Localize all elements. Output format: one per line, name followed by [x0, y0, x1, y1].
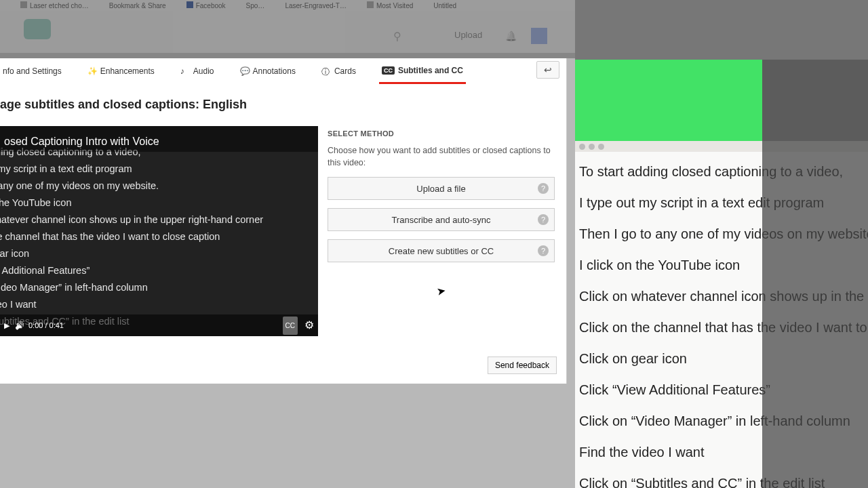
tab-annotations[interactable]: 💬Annotations	[237, 58, 298, 84]
tab-info-settings[interactable]: nfo and Settings	[0, 58, 64, 84]
back-button[interactable]: ↩	[536, 61, 559, 79]
green-screen-preview	[575, 60, 762, 141]
method-description: Choose how you want to add subtitles or …	[328, 144, 555, 169]
play-icon[interactable]	[4, 317, 15, 334]
select-method-section: SELECT METHOD Choose how you want to add…	[328, 129, 555, 262]
method-heading: SELECT METHOD	[328, 129, 555, 138]
minimize-icon[interactable]	[589, 144, 595, 150]
music-note-icon: ♪	[180, 66, 190, 76]
send-feedback-button[interactable]: Send feedback	[488, 357, 557, 374]
upload-file-button[interactable]: Upload a file?	[328, 177, 555, 200]
tab-cards[interactable]: ⓘCards	[319, 58, 359, 84]
wand-icon: ✨	[87, 66, 97, 76]
speech-bubble-icon: 💬	[240, 66, 250, 76]
transcribe-autosync-button[interactable]: Transcribe and auto-sync?	[328, 208, 555, 231]
create-new-subtitles-button[interactable]: Create new subtitles or CC?	[328, 239, 555, 262]
video-player[interactable]: tart adding closed captioning to a video…	[0, 126, 318, 336]
cc-toggle[interactable]: CC	[283, 317, 298, 335]
gear-icon[interactable]	[304, 317, 314, 335]
video-time: 0:00 / 0:41	[28, 317, 64, 334]
tab-subtitles-cc[interactable]: CCSubtitles and CC	[379, 58, 466, 84]
video-content-text: tart adding closed captioning to a video…	[0, 144, 263, 330]
cc-badge-icon: CC	[382, 66, 395, 75]
help-icon[interactable]: ?	[538, 245, 549, 256]
help-icon[interactable]: ?	[538, 214, 549, 225]
close-icon[interactable]	[579, 144, 585, 150]
video-title: osed Captioning Intro with Voice	[0, 126, 318, 152]
video-controls: 0:00 / 0:41 CC	[0, 314, 318, 336]
right-dim-overlay	[762, 60, 868, 488]
editor-tabs: nfo and Settings ✨Enhancements ♪Audio 💬A…	[0, 58, 567, 84]
tab-enhancements[interactable]: ✨Enhancements	[85, 58, 157, 84]
info-icon: ⓘ	[321, 66, 331, 76]
page-title: age subtitles and closed captions: Engli…	[0, 98, 247, 112]
tab-audio[interactable]: ♪Audio	[178, 58, 217, 84]
help-icon[interactable]: ?	[538, 183, 549, 194]
zoom-icon[interactable]	[598, 144, 604, 150]
volume-icon[interactable]	[15, 317, 28, 334]
editor-panel: nfo and Settings ✨Enhancements ♪Audio 💬A…	[0, 58, 567, 384]
dim-overlay	[0, 0, 575, 58]
